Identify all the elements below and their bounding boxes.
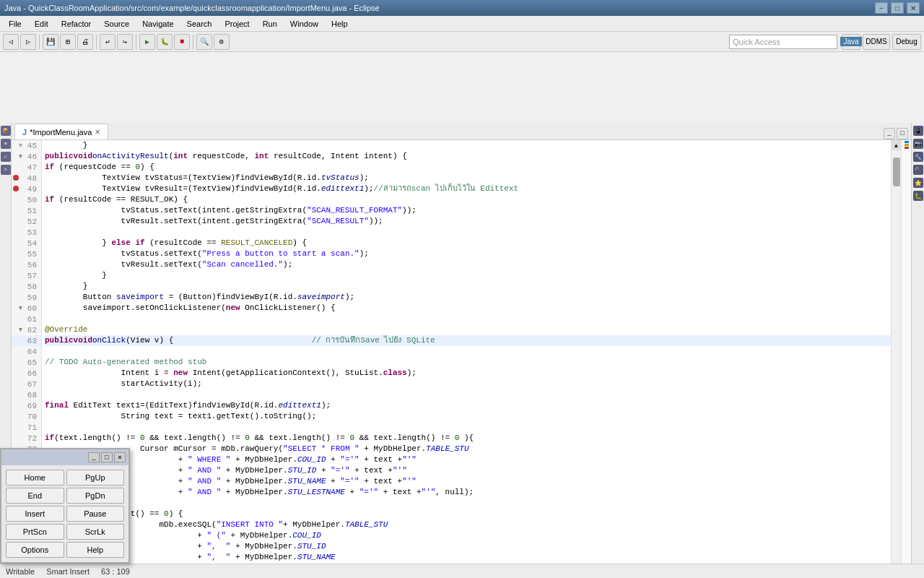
code-line-48: TextView tvStatus=(TextView)findViewById… xyxy=(45,173,891,184)
menu-source[interactable]: Source xyxy=(98,18,135,30)
status-bar: Writable Smart Insert 63 : 109 xyxy=(0,564,924,578)
toolbar-redo-button[interactable]: ↪ xyxy=(117,34,133,50)
menu-refactor[interactable]: Refactor xyxy=(56,18,97,30)
menu-navigate[interactable]: Navigate xyxy=(136,18,179,30)
code-line-69: final EditText text1=(EditText)findViewB… xyxy=(45,400,891,411)
code-content[interactable]: } public void onActivityResult(int reque… xyxy=(42,140,891,578)
toolbar-save-all-button[interactable]: ⊞ xyxy=(60,34,76,50)
toolbar-forward-button[interactable]: ▷ xyxy=(20,34,36,50)
key-pause[interactable]: Pause xyxy=(66,506,125,522)
title-bar: Java - QuickClassRoomApplication/src/com… xyxy=(0,0,924,16)
right-sidebar-icon-2[interactable]: 📷 xyxy=(913,139,923,149)
toolbar-search-button[interactable]: 🔍 xyxy=(196,34,212,50)
line-num-51: 51 xyxy=(12,205,41,216)
sidebar-console-icon[interactable]: > xyxy=(1,165,11,175)
key-pgup[interactable]: PgUp xyxy=(66,470,125,486)
title-bar-controls[interactable]: − □ ✕ xyxy=(875,2,920,14)
title-text: Java - QuickClassRoomApplication/src/com… xyxy=(4,4,380,12)
line-num-59: 59 xyxy=(12,292,41,303)
right-sidebar: 📱 📷 🔧 🔌 ⭐ 🐛 xyxy=(911,123,924,578)
perspective-open-button[interactable]: Java xyxy=(842,34,860,50)
toolbar-back-button[interactable]: ◁ xyxy=(3,34,19,50)
toolbar-separator-3 xyxy=(136,35,136,49)
line-num-61: 61 xyxy=(12,314,41,324)
code-line-66: Intent i = new Intent(getApplicationCont… xyxy=(45,368,891,379)
code-line-59: Button saveimport = (Button)findViewByI(… xyxy=(45,292,891,303)
menu-project[interactable]: Project xyxy=(219,18,255,30)
key-help[interactable]: Help xyxy=(66,542,125,558)
toolbar-save-button[interactable]: 💾 xyxy=(43,34,58,50)
keyboard-minimize-button[interactable]: _ xyxy=(88,452,100,462)
quick-access-input[interactable]: Quick Access xyxy=(729,35,837,49)
editor-minimize-button[interactable]: _ xyxy=(884,128,895,139)
key-home[interactable]: Home xyxy=(6,470,64,486)
status-insert-mode: Smart Insert xyxy=(46,567,90,576)
right-sidebar-icon-6[interactable]: 🐛 xyxy=(913,191,923,201)
menu-file[interactable]: File xyxy=(3,18,27,30)
ddms-perspective-btn[interactable]: DDMS xyxy=(863,34,890,50)
toolbar-print-button[interactable]: 🖨 xyxy=(77,34,93,50)
key-options[interactable]: Options xyxy=(6,542,64,558)
menu-help[interactable]: Help xyxy=(326,18,354,30)
key-insert[interactable]: Insert xyxy=(6,506,64,522)
code-line-56: tvResult.setText("Scan cancelled."); xyxy=(45,259,891,270)
status-writable: Writable xyxy=(6,567,35,576)
line-num-45: ▼ 45 xyxy=(12,140,41,151)
menu-run[interactable]: Run xyxy=(257,18,283,30)
tab-icon: J xyxy=(22,128,27,137)
sidebar-task-icon[interactable]: ✓ xyxy=(1,152,11,162)
line-num-71: 71 xyxy=(12,422,41,433)
code-line-57: } xyxy=(45,270,891,281)
code-line-blank1 xyxy=(45,498,891,509)
code-line-72: if(text.length() != 0 && text.length() !… xyxy=(45,433,891,444)
toolbar-settings-button[interactable]: ⚙ xyxy=(214,34,230,50)
toolbar-separator-4 xyxy=(193,35,193,49)
code-line-73c: + " AND " + MyDbHelper.STU_ID + "='" + t… xyxy=(45,465,891,476)
key-pgdn[interactable]: PgDn xyxy=(66,488,125,504)
keyboard-restore-button[interactable]: □ xyxy=(101,452,113,462)
key-scrlk[interactable]: ScrLk xyxy=(66,524,125,540)
toolbar-run-button[interactable]: ▶ xyxy=(139,34,155,50)
keyboard-grid: Home PgUp End PgDn Insert Pause PrtScn S… xyxy=(1,465,128,562)
line-num-60: ▼ 60 xyxy=(12,303,41,314)
java-perspective-btn[interactable]: Java xyxy=(840,37,861,46)
key-end[interactable]: End xyxy=(6,488,64,504)
line-num-62: ▼ 62 xyxy=(12,324,41,335)
right-sidebar-icon-1[interactable]: 📱 xyxy=(913,126,923,136)
menu-window[interactable]: Window xyxy=(284,18,324,30)
toolbar-debug-button[interactable]: 🐛 xyxy=(157,34,173,50)
code-editor[interactable]: ▼ 45 ▼ 46 47 48 49 50 51 52 53 54 55 56 … xyxy=(12,140,911,578)
line-num-53: 53 xyxy=(12,227,41,238)
line-num-58: 58 xyxy=(12,281,41,292)
toolbar-stop-button[interactable]: ■ xyxy=(174,34,190,50)
scroll-up-arrow[interactable]: ▲ xyxy=(892,140,902,150)
menu-search[interactable]: Search xyxy=(181,18,218,30)
code-line-46: public void onActivityResult(int request… xyxy=(45,151,891,162)
right-sidebar-icon-4[interactable]: 🔌 xyxy=(913,165,923,175)
code-line-49: TextView tvResult=(TextView)findViewById… xyxy=(45,184,891,194)
code-line-73b: + " WHERE " + MyDbHelper.COU_ID + "='" +… xyxy=(45,454,891,465)
debug-perspective-btn[interactable]: Debug xyxy=(892,34,921,50)
right-sidebar-icon-3[interactable]: 🔧 xyxy=(913,152,923,162)
code-line-61 xyxy=(45,314,891,324)
code-line-78: + ", " + MyDbHelper.STU_NAME xyxy=(45,552,891,563)
editor-tab-importmenu[interactable]: J *ImportMenu.java ✕ xyxy=(14,124,108,139)
maximize-button[interactable]: □ xyxy=(891,2,904,14)
key-prtscn[interactable]: PrtScn xyxy=(6,524,64,540)
close-button[interactable]: ✕ xyxy=(907,2,920,14)
toolbar-undo-button[interactable]: ↩ xyxy=(100,34,116,50)
scroll-thumb[interactable] xyxy=(893,158,900,186)
sidebar-outline-icon[interactable]: ≡ xyxy=(1,139,11,149)
code-line-63: public void onClick(View v) { // การบันท… xyxy=(45,335,891,346)
keyboard-close-button[interactable]: ✕ xyxy=(114,452,126,462)
code-line-75: mDb.execSQL("INSERT INTO "+ MyDbHelper.T… xyxy=(45,519,891,530)
editor-maximize-button[interactable]: □ xyxy=(897,128,908,139)
menu-edit[interactable]: Edit xyxy=(29,18,54,30)
line-num-55: 55 xyxy=(12,249,41,259)
sidebar-package-icon[interactable]: 📦 xyxy=(1,126,11,136)
vertical-scrollbar[interactable]: ▲ ▼ xyxy=(891,140,901,578)
right-sidebar-icon-5[interactable]: ⭐ xyxy=(913,178,923,188)
minimize-button[interactable]: − xyxy=(875,2,888,14)
tab-close-button[interactable]: ✕ xyxy=(95,128,100,136)
code-line-71 xyxy=(45,422,891,433)
